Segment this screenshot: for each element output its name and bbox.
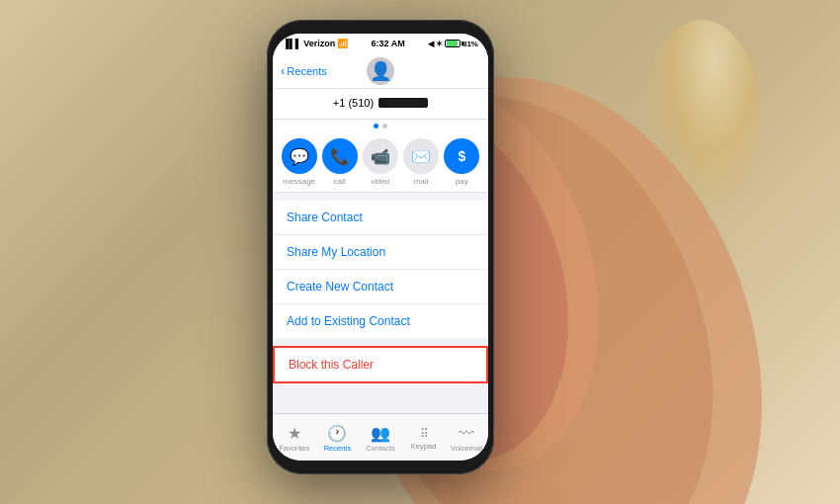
signal-bars: ▐▌▌ bbox=[283, 39, 301, 48]
video-action[interactable]: 📹 video bbox=[363, 138, 398, 186]
tab-contacts[interactable]: 👥 Contacts bbox=[359, 424, 402, 453]
call-label: call bbox=[334, 177, 346, 186]
contacts-icon: 👥 bbox=[371, 424, 390, 443]
mail-icon: ✉️ bbox=[411, 147, 431, 166]
carrier-label: Verizon bbox=[303, 39, 335, 48]
favorites-icon: ★ bbox=[288, 424, 301, 443]
phone-redacted bbox=[378, 98, 428, 108]
phone-frame: ▐▌▌ Verizon 📶 6:32 AM ◀ ✶ 81% ‹ bbox=[267, 20, 494, 474]
contacts-label: Contacts bbox=[366, 444, 395, 453]
pay-icon: $ bbox=[458, 148, 465, 164]
avatar-icon: 👤 bbox=[370, 60, 391, 82]
dot-1 bbox=[374, 124, 378, 128]
location-icon: ◀ bbox=[428, 40, 434, 48]
share-contact-label: Share Contact bbox=[287, 210, 363, 224]
menu-list: Share Contact Share My Location Create N… bbox=[273, 201, 488, 338]
contact-avatar: 👤 bbox=[367, 57, 394, 85]
battery-label: 81% bbox=[462, 40, 478, 48]
status-right: ◀ ✶ 81% bbox=[428, 40, 478, 48]
action-buttons-row: 💬 message 📞 call 📹 video bbox=[273, 130, 488, 193]
mail-action[interactable]: ✉️ mail bbox=[403, 138, 439, 186]
call-action[interactable]: 📞 call bbox=[322, 138, 358, 186]
keypad-label: Keypad bbox=[411, 442, 436, 451]
phone-prefix: +1 (510) bbox=[333, 97, 374, 109]
scene: ▐▌▌ Verizon 📶 6:32 AM ◀ ✶ 81% ‹ bbox=[0, 0, 840, 504]
nav-bar: ‹ Recents 👤 bbox=[273, 53, 488, 89]
message-action[interactable]: 💬 message bbox=[282, 138, 317, 186]
pay-action[interactable]: $ pay bbox=[444, 138, 479, 186]
block-caller-label: Block this Caller bbox=[289, 358, 374, 372]
favorites-label: Favorites bbox=[279, 444, 309, 453]
create-contact-item[interactable]: Create New Contact bbox=[273, 270, 488, 304]
message-label: message bbox=[283, 177, 314, 186]
video-icon: 📹 bbox=[371, 147, 390, 166]
share-location-item[interactable]: Share My Location bbox=[273, 235, 488, 270]
status-time: 6:32 AM bbox=[371, 39, 404, 48]
tab-keypad[interactable]: ⠿ Keypad bbox=[402, 427, 446, 451]
bluetooth-icon: ✶ bbox=[436, 40, 443, 48]
add-existing-label: Add to Existing Contact bbox=[287, 314, 410, 328]
share-contact-item[interactable]: Share Contact bbox=[273, 201, 488, 235]
contact-phone: +1 (510) bbox=[333, 97, 428, 109]
mail-icon-circle: ✉️ bbox=[403, 138, 439, 174]
tab-favorites[interactable]: ★ Favorites bbox=[273, 424, 316, 453]
tab-voicemail[interactable]: 〰 Voicemail bbox=[445, 425, 488, 453]
create-contact-label: Create New Contact bbox=[287, 280, 393, 294]
voicemail-label: Voicemail bbox=[451, 444, 482, 453]
status-left: ▐▌▌ Verizon 📶 bbox=[283, 39, 348, 48]
keypad-icon: ⠿ bbox=[420, 427, 428, 441]
call-icon: 📞 bbox=[330, 147, 350, 166]
dot-2 bbox=[382, 124, 387, 128]
tab-bar: ★ Favorites 🕐 Recents 👥 Contacts ⠿ Keypa… bbox=[273, 413, 488, 461]
message-icon-circle: 💬 bbox=[282, 138, 317, 174]
contact-header: +1 (510) bbox=[273, 89, 488, 120]
voicemail-icon: 〰 bbox=[459, 425, 474, 443]
mail-label: mail bbox=[414, 177, 429, 186]
block-section: Block this Caller bbox=[273, 346, 488, 383]
back-label: Recents bbox=[287, 65, 326, 77]
tab-recents[interactable]: 🕐 Recents bbox=[316, 424, 360, 453]
wifi-icon: 📶 bbox=[337, 39, 348, 48]
call-icon-circle: 📞 bbox=[322, 138, 358, 174]
status-bar: ▐▌▌ Verizon 📶 6:32 AM ◀ ✶ 81% bbox=[273, 34, 488, 53]
message-icon: 💬 bbox=[290, 147, 309, 166]
phone-screen: ▐▌▌ Verizon 📶 6:32 AM ◀ ✶ 81% ‹ bbox=[273, 34, 488, 461]
battery-icon bbox=[445, 40, 461, 47]
pay-label: pay bbox=[456, 177, 468, 186]
back-button[interactable]: ‹ Recents bbox=[281, 63, 327, 78]
add-existing-item[interactable]: Add to Existing Contact bbox=[273, 304, 488, 338]
video-icon-circle: 📹 bbox=[363, 138, 398, 174]
recents-label: Recents bbox=[324, 444, 352, 453]
dots-indicator bbox=[273, 120, 488, 130]
block-caller-item[interactable]: Block this Caller bbox=[273, 346, 488, 383]
video-label: video bbox=[371, 177, 389, 186]
recents-icon: 🕐 bbox=[327, 424, 347, 443]
share-location-label: Share My Location bbox=[287, 245, 385, 259]
pay-icon-circle: $ bbox=[444, 138, 479, 174]
battery-fill bbox=[447, 41, 458, 46]
back-chevron-icon: ‹ bbox=[281, 63, 285, 78]
